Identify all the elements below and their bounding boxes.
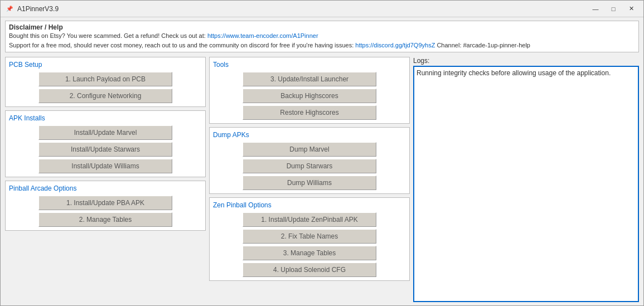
title-bar: 📌 A1PinnerV3.9 — □ ✕ <box>1 1 643 17</box>
launch-payload-button[interactable]: 1. Launch Payload on PCB <box>38 72 172 86</box>
dump-apks-title: Dump APKs <box>213 131 406 139</box>
pcb-setup-panel: PCB Setup 1. Launch Payload on PCB 2. Co… <box>5 57 206 107</box>
disclaimer-section: Disclaimer / Help Bought this on Etsy? Y… <box>5 21 639 52</box>
dump-williams-button[interactable]: Dump Williams <box>243 176 376 190</box>
install-williams-button[interactable]: Install/Update Williams <box>38 159 172 173</box>
disclaimer-line1: Bought this on Etsy? You were scammed. G… <box>9 31 635 41</box>
window-title: A1PinnerV3.9 <box>17 5 59 13</box>
install-zenpinball-button[interactable]: 1. Install/Update ZenPinball APK <box>243 212 376 227</box>
close-button[interactable]: ✕ <box>623 3 639 14</box>
disclaimer-title: Disclaimer / Help <box>9 23 635 31</box>
manage-tables-zen-button[interactable]: 3. Manage Tables <box>243 246 376 260</box>
logs-section: Logs: Running integrity checks before al… <box>413 57 639 302</box>
maximize-button[interactable]: □ <box>606 3 621 14</box>
pinball-arcade-panel: Pinball Arcade Options 1. Install/Update… <box>5 181 206 231</box>
apk-installs-buttons: Install/Update Marvel Install/Update Sta… <box>9 125 202 173</box>
main-content: PCB Setup 1. Launch Payload on PCB 2. Co… <box>5 57 639 302</box>
pcb-setup-buttons: 1. Launch Payload on PCB 2. Configure Ne… <box>9 72 202 103</box>
apk-installs-panel: APK Installs Install/Update Marvel Insta… <box>5 110 206 177</box>
zen-pinball-title: Zen Pinball Options <box>213 201 406 209</box>
title-bar-left: 📌 A1PinnerV3.9 <box>5 4 59 13</box>
app-icon: 📌 <box>5 4 14 13</box>
dump-apks-buttons: Dump Marvel Dump Starwars Dump Williams <box>213 142 406 190</box>
zen-pinball-panel: Zen Pinball Options 1. Install/Update Ze… <box>209 197 410 281</box>
install-pba-button[interactable]: 1. Install/Update PBA APK <box>38 196 172 210</box>
update-launcher-button[interactable]: 3. Update/Install Launcher <box>243 72 376 86</box>
manage-tables-pba-button[interactable]: 2. Manage Tables <box>38 212 172 227</box>
restore-highscores-button[interactable]: Restore Highscores <box>243 105 376 120</box>
minimize-button[interactable]: — <box>588 3 603 14</box>
logs-textarea[interactable]: Running integrity checks before allowing… <box>413 66 639 302</box>
disclaimer-line2-suffix: Channel: #arcade-1up-pinner-help <box>435 42 530 48</box>
tools-title: Tools <box>213 61 406 69</box>
title-bar-controls: — □ ✕ <box>588 3 639 14</box>
main-window: 📌 A1PinnerV3.9 — □ ✕ Disclaimer / Help B… <box>0 0 644 306</box>
center-panels: Tools 3. Update/Install Launcher Backup … <box>209 57 410 302</box>
upload-solenoid-button[interactable]: 4. Upload Solenoid CFG <box>243 263 376 277</box>
pinball-arcade-title: Pinball Arcade Options <box>9 184 202 192</box>
zen-pinball-buttons: 1. Install/Update ZenPinball APK 2. Fix … <box>213 212 406 277</box>
disclaimer-line2-prefix: Support for a free mod, should never cos… <box>9 42 355 48</box>
apk-installs-title: APK Installs <box>9 114 202 122</box>
logs-label: Logs: <box>413 57 639 65</box>
disclaimer-link1[interactable]: https://www.team-encoder.com/A1Pinner <box>207 32 318 39</box>
disclaimer-link2[interactable]: https://discord.gg/tjd7Q9yhsZ <box>355 42 435 48</box>
disclaimer-line2: Support for a free mod, should never cos… <box>9 41 635 50</box>
tools-buttons: 3. Update/Install Launcher Backup Highsc… <box>213 72 406 120</box>
left-panels: PCB Setup 1. Launch Payload on PCB 2. Co… <box>5 57 206 302</box>
right-panel: Logs: Running integrity checks before al… <box>413 57 639 302</box>
pinball-arcade-buttons: 1. Install/Update PBA APK 2. Manage Tabl… <box>9 196 202 227</box>
install-starwars-button[interactable]: Install/Update Starwars <box>38 142 172 157</box>
configure-networking-button[interactable]: 2. Configure Networking <box>38 89 172 103</box>
dump-marvel-button[interactable]: Dump Marvel <box>243 142 376 157</box>
dump-starwars-button[interactable]: Dump Starwars <box>243 159 376 173</box>
tools-panel: Tools 3. Update/Install Launcher Backup … <box>209 57 410 124</box>
dump-apks-panel: Dump APKs Dump Marvel Dump Starwars Dump… <box>209 127 410 194</box>
pcb-setup-title: PCB Setup <box>9 61 202 69</box>
disclaimer-line1-prefix: Bought this on Etsy? You were scammed. G… <box>9 32 207 39</box>
content-area: Disclaimer / Help Bought this on Etsy? Y… <box>1 17 643 305</box>
install-marvel-button[interactable]: Install/Update Marvel <box>38 125 172 140</box>
backup-highscores-button[interactable]: Backup Highscores <box>243 89 376 103</box>
fix-table-names-button[interactable]: 2. Fix Table Names <box>243 229 376 244</box>
